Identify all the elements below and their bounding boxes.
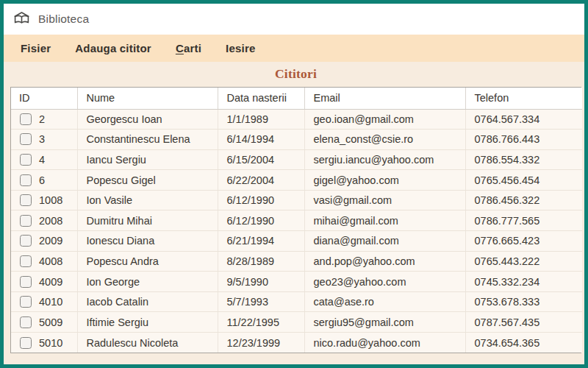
library-book-icon bbox=[12, 10, 31, 28]
cell-telefon: 0745.332.234 bbox=[465, 272, 582, 292]
row-select-checkbox[interactable] bbox=[20, 215, 32, 227]
table-row[interactable]: 4008Popescu Andra8/28/1989and.pop@yahoo.… bbox=[11, 251, 582, 272]
row-select-checkbox[interactable] bbox=[20, 154, 32, 166]
row-select-checkbox[interactable] bbox=[20, 296, 32, 308]
cell-telefon: 0787.567.435 bbox=[465, 312, 582, 333]
row-select-checkbox[interactable] bbox=[20, 276, 32, 288]
menu-item-carti-accelerator: C bbox=[176, 42, 184, 54]
cell-telefon: 0776.665.423 bbox=[465, 231, 582, 252]
menu-item-fisier[interactable]: Fisier bbox=[21, 42, 51, 54]
column-header-data-nasterii[interactable]: Data nasterii bbox=[218, 88, 304, 109]
window-title: Biblioteca bbox=[38, 13, 89, 26]
cell-nume: Iacob Catalin bbox=[77, 291, 218, 312]
table-row[interactable]: 2009Ionescu Diana6/21/1994diana@gmail.co… bbox=[11, 231, 582, 252]
content-area: Cititori ID Nume Data nasterii Email bbox=[4, 62, 584, 364]
row-id-value: 1008 bbox=[39, 194, 62, 206]
cell-data-nasterii: 8/28/1989 bbox=[218, 251, 304, 272]
table-row[interactable]: 4010Iacob Catalin5/7/1993cata@ase.ro0753… bbox=[11, 291, 582, 312]
cell-email: cata@ase.ro bbox=[304, 291, 465, 312]
section-title: Cititori bbox=[10, 66, 581, 82]
cell-id: 6 bbox=[11, 170, 77, 191]
table-row[interactable]: 2Georgescu Ioan1/1/1989geo.ioan@gmail.co… bbox=[11, 109, 582, 130]
cell-nume: Popescu Gigel bbox=[77, 170, 218, 191]
cell-nume: Popescu Andra bbox=[77, 251, 218, 272]
cell-email: mihai@gmail.com bbox=[304, 210, 465, 231]
cell-data-nasterii: 6/22/2004 bbox=[218, 170, 304, 191]
column-header-email[interactable]: Email bbox=[304, 88, 465, 109]
menu-item-adauga-cititor[interactable]: Adauga cititor bbox=[75, 42, 151, 54]
row-select-checkbox[interactable] bbox=[20, 337, 32, 349]
cell-nume: Iftimie Sergiu bbox=[77, 312, 218, 333]
row-id-value: 4 bbox=[39, 154, 45, 166]
row-select-checkbox[interactable] bbox=[20, 113, 32, 125]
row-id-value: 5010 bbox=[39, 337, 62, 349]
column-header-nume[interactable]: Nume bbox=[77, 88, 218, 109]
cell-id: 4 bbox=[11, 149, 77, 170]
table-row[interactable]: 6Popescu Gigel6/22/2004gigel@yahoo.com07… bbox=[11, 170, 582, 191]
row-select-checkbox[interactable] bbox=[20, 235, 32, 247]
row-id-value: 4010 bbox=[39, 296, 62, 308]
cell-id: 4009 bbox=[11, 272, 77, 292]
menu-item-iesire[interactable]: Iesire bbox=[226, 42, 255, 54]
cell-data-nasterii: 6/15/2004 bbox=[218, 149, 304, 170]
cell-telefon: 0764.567.334 bbox=[465, 109, 582, 130]
cell-email: gigel@yahoo.com bbox=[304, 170, 465, 191]
row-select-checkbox[interactable] bbox=[20, 255, 32, 267]
cell-email: elena_const@csie.ro bbox=[304, 130, 465, 150]
cell-id: 2009 bbox=[11, 231, 77, 252]
cell-email: nico.radu@yahoo.com bbox=[304, 333, 465, 353]
row-select-checkbox[interactable] bbox=[20, 316, 32, 328]
cell-email: sergiu.iancu@yahoo.com bbox=[304, 149, 465, 170]
cell-id: 2008 bbox=[11, 210, 77, 231]
cell-id: 5010 bbox=[11, 333, 77, 353]
row-id-value: 4009 bbox=[39, 276, 62, 288]
cell-data-nasterii: 9/5/1990 bbox=[218, 272, 304, 292]
readers-grid: ID Nume Data nasterii Email Telefon 2Geo… bbox=[10, 87, 581, 353]
row-id-value: 2 bbox=[39, 113, 45, 125]
table-row[interactable]: 5009Iftimie Sergiu11/22/1995sergiu95@gma… bbox=[11, 312, 582, 333]
cell-id: 3 bbox=[11, 130, 77, 150]
row-id-value: 2009 bbox=[39, 235, 62, 247]
cell-email: and.pop@yahoo.com bbox=[304, 251, 465, 272]
cell-telefon: 0786.766.443 bbox=[465, 130, 582, 150]
table-row[interactable]: 5010Radulescu Nicoleta12/23/1999nico.rad… bbox=[11, 333, 582, 353]
cell-nume: Constantinescu Elena bbox=[77, 130, 218, 150]
cell-email: sergiu95@gmail.com bbox=[304, 312, 465, 333]
column-header-telefon[interactable]: Telefon bbox=[465, 88, 582, 109]
cell-data-nasterii: 6/12/1990 bbox=[218, 190, 304, 210]
window-titlebar[interactable]: Biblioteca bbox=[4, 4, 584, 35]
cell-id: 1008 bbox=[11, 190, 77, 210]
cell-telefon: 0786.456.322 bbox=[465, 190, 582, 210]
row-select-checkbox[interactable] bbox=[20, 133, 32, 145]
cell-nume: Radulescu Nicoleta bbox=[77, 333, 218, 353]
cell-id: 5009 bbox=[11, 312, 77, 333]
table-header-row: ID Nume Data nasterii Email Telefon bbox=[11, 88, 582, 109]
table-row[interactable]: 3Constantinescu Elena6/14/1994elena_cons… bbox=[11, 130, 582, 150]
cell-nume: Iancu Sergiu bbox=[77, 149, 218, 170]
row-id-value: 4008 bbox=[39, 255, 62, 267]
row-select-checkbox[interactable] bbox=[20, 174, 32, 186]
cell-email: geo23@yahoo.com bbox=[304, 272, 465, 292]
table-row[interactable]: 1008Ion Vasile6/12/1990vasi@gmail.com078… bbox=[11, 190, 582, 210]
cell-telefon: 0765.456.454 bbox=[465, 170, 582, 191]
table-row[interactable]: 2008Dumitru Mihai6/12/1990mihai@gmail.co… bbox=[11, 210, 582, 231]
row-id-value: 2008 bbox=[39, 215, 62, 227]
cell-email: geo.ioan@gmail.com bbox=[304, 109, 465, 130]
cell-telefon: 0786.777.565 bbox=[465, 210, 582, 231]
cell-data-nasterii: 6/21/1994 bbox=[218, 231, 304, 252]
cell-telefon: 0753.678.333 bbox=[465, 291, 582, 312]
cell-telefon: 0786.554.332 bbox=[465, 149, 582, 170]
row-id-value: 5009 bbox=[39, 316, 62, 328]
app-window: Biblioteca Fisier Adauga cititor Carti I… bbox=[0, 0, 588, 368]
cell-data-nasterii: 12/23/1999 bbox=[218, 333, 304, 353]
menu-bar: Fisier Adauga cititor Carti Iesire bbox=[4, 35, 584, 62]
cell-data-nasterii: 6/12/1990 bbox=[218, 210, 304, 231]
cell-email: diana@gmail.com bbox=[304, 231, 465, 252]
row-select-checkbox[interactable] bbox=[20, 194, 32, 206]
menu-item-carti[interactable]: Carti bbox=[176, 42, 201, 54]
table-row[interactable]: 4009Ion George9/5/1990geo23@yahoo.com074… bbox=[11, 272, 582, 292]
table-row[interactable]: 4Iancu Sergiu6/15/2004sergiu.iancu@yahoo… bbox=[11, 149, 582, 170]
cell-nume: Dumitru Mihai bbox=[77, 210, 218, 231]
cell-data-nasterii: 6/14/1994 bbox=[218, 130, 304, 150]
column-header-id[interactable]: ID bbox=[11, 88, 77, 109]
